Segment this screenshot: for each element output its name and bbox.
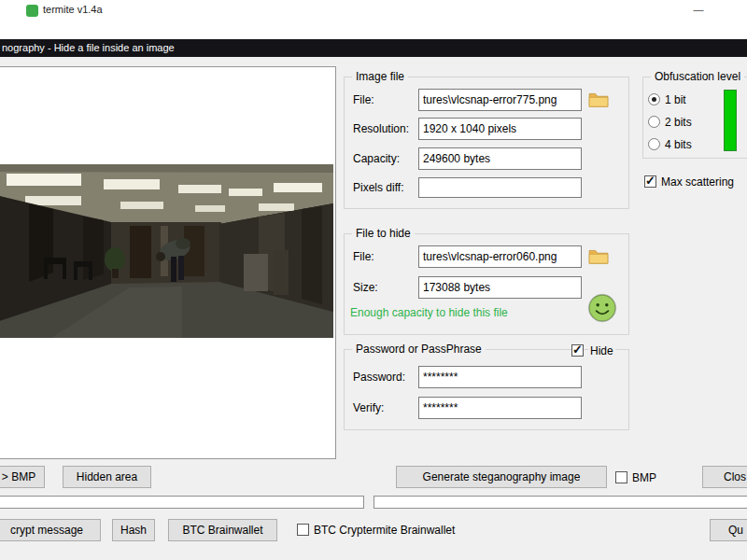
radio-2-bits-label: 2 bits (665, 116, 692, 129)
window-title: termite v1.4a (43, 4, 103, 15)
radio-4-bits-label: 4 bits (665, 138, 692, 151)
obfuscation-level-bar (724, 90, 737, 151)
pixels-diff-field[interactable] (418, 177, 582, 198)
hash-button[interactable]: Hash (112, 519, 155, 541)
tab-steganography[interactable]: nography - Hide a file inside an image (0, 39, 747, 57)
radio-2-bits[interactable] (648, 116, 660, 128)
btc-cryptermite-label: BTC Cryptermite Brainwallet (314, 524, 455, 537)
folder-icon (588, 91, 609, 107)
password-label: Password: (353, 371, 405, 384)
image-file-group-title: Image file (352, 70, 408, 83)
tab-label: nography - Hide a file inside an image (2, 39, 175, 57)
quit-button[interactable]: Qu (710, 519, 747, 541)
resolution-field[interactable] (418, 118, 582, 140)
to-bmp-button[interactable]: > BMP (0, 466, 45, 488)
generate-steganography-button[interactable]: Generate steganography image (396, 466, 607, 488)
radio-1-bit-label: 1 bit (665, 93, 686, 106)
close-button[interactable]: Clos (702, 466, 747, 488)
browse-image-file-button[interactable] (585, 88, 611, 111)
image-file-input[interactable] (418, 89, 582, 111)
password-input[interactable] (418, 366, 582, 388)
bmp-checkbox[interactable] (615, 471, 627, 483)
image-preview-panel (0, 66, 336, 459)
size-field[interactable] (418, 276, 582, 299)
folder-icon (588, 248, 609, 264)
obfuscation-group-title: Obfuscation level (651, 70, 744, 83)
preview-photo (0, 164, 333, 338)
hide-password-checkbox[interactable] (571, 344, 584, 357)
hide-file-label: File: (353, 250, 374, 263)
btc-cryptermite-checkbox[interactable] (297, 524, 309, 536)
browse-hide-file-button[interactable] (585, 245, 611, 268)
minimize-button[interactable]: — (680, 0, 717, 21)
title-bar: termite v1.4a — (0, 0, 747, 21)
verify-input[interactable] (418, 397, 582, 419)
smiley-icon (587, 293, 617, 323)
file-to-hide-group-title: File to hide (352, 227, 415, 240)
hide-password-label: Hide (588, 344, 615, 357)
max-scattering-label: Max scattering (661, 175, 734, 189)
menu-bar: enerate RSA keys Tools Options (0, 21, 747, 39)
hide-file-input[interactable] (418, 245, 582, 268)
radio-4-bits[interactable] (648, 138, 660, 150)
bmp-checkbox-label: BMP (632, 471, 656, 484)
encrypt-message-button[interactable]: crypt message (0, 519, 101, 541)
image-file-label: File: (353, 93, 374, 106)
app-icon (26, 5, 38, 17)
pixels-diff-label: Pixels diff: (353, 181, 403, 194)
max-scattering-checkbox[interactable] (644, 175, 656, 188)
status-field-right (374, 496, 747, 509)
status-field-left (0, 496, 364, 509)
verify-label: Verify: (353, 401, 384, 414)
capacity-label: Capacity: (353, 152, 400, 165)
hidden-area-button[interactable]: Hidden area (63, 466, 151, 488)
btc-brainwallet-button[interactable]: BTC Brainwallet (168, 519, 277, 541)
radio-1-bit[interactable] (648, 93, 660, 105)
capacity-status-text: Enough capacity to hide this file (350, 306, 508, 319)
resolution-label: Resolution: (353, 122, 409, 135)
size-label: Size: (353, 281, 378, 294)
capacity-field[interactable] (418, 147, 582, 170)
password-group-title: Password or PassPhrase (352, 343, 486, 356)
